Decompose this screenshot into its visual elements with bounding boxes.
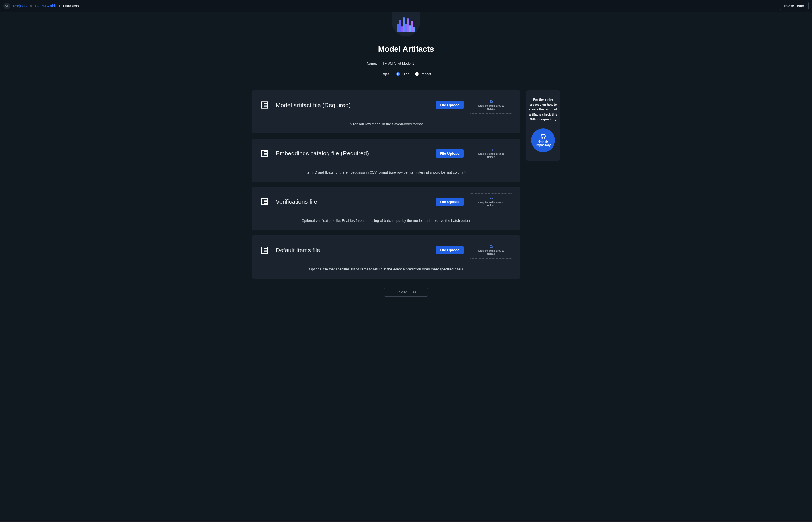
breadcrumb: Projects > TF VM Ankit > Datasets xyxy=(13,4,80,8)
github-link-label: GitHub Repository xyxy=(531,140,555,147)
name-label: Name: xyxy=(367,62,377,66)
dropzone-text: Drag file to this area to upload xyxy=(474,153,508,159)
search-icon xyxy=(5,4,8,8)
dropzone[interactable]: Drag file to this area to upload xyxy=(470,145,513,162)
inbox-icon xyxy=(489,245,493,248)
type-label: Type: xyxy=(381,72,391,76)
svg-line-1 xyxy=(7,6,8,7)
breadcrumb-separator: > xyxy=(58,4,61,8)
type-row: Type: Files Import xyxy=(381,72,431,76)
card-title: Embeddings catalog file (Required) xyxy=(276,150,430,157)
invite-team-button[interactable]: Invite Team xyxy=(780,2,809,10)
radio-dot-icon xyxy=(415,72,419,76)
inbox-icon xyxy=(489,148,493,152)
card-default-items: Default Items file File Upload Drag file… xyxy=(252,236,520,279)
side-text: For the entire process on how to create … xyxy=(529,97,557,122)
page: Model Artifacts Name: Type: Files Import xyxy=(248,12,564,308)
breadcrumb-current: Datasets xyxy=(63,4,79,8)
side-panel: For the entire process on how to create … xyxy=(526,90,560,161)
name-input[interactable] xyxy=(380,60,445,67)
card-title: Verifications file xyxy=(276,198,430,205)
file-upload-button[interactable]: File Upload xyxy=(436,149,464,158)
topbar-left: Projects > TF VM Ankit > Datasets xyxy=(3,3,80,9)
file-upload-button[interactable]: File Upload xyxy=(436,101,464,109)
dropzone-text: Drag file to this area to upload xyxy=(474,249,508,256)
bars-icon xyxy=(397,17,415,32)
card-description: Item ID and floats for the embeddings in… xyxy=(260,170,513,175)
hero: Model Artifacts Name: Type: Files Import xyxy=(252,12,560,90)
card-title: Default Items file xyxy=(276,246,430,254)
inbox-icon xyxy=(489,197,493,200)
card-description: Optional verifications file. Enables fas… xyxy=(260,218,513,223)
list-icon xyxy=(260,148,269,158)
breadcrumb-projects[interactable]: Projects xyxy=(13,4,27,8)
hero-logo xyxy=(392,12,420,36)
list-icon xyxy=(260,197,269,206)
dropzone[interactable]: Drag file to this area to upload xyxy=(470,97,513,114)
github-icon xyxy=(541,134,546,139)
breadcrumb-separator: > xyxy=(30,4,32,8)
columns: Model artifact file (Required) File Uplo… xyxy=(252,90,560,279)
cards-column: Model artifact file (Required) File Uplo… xyxy=(252,90,520,279)
card-description: A TensorFlow model in the SavedModel for… xyxy=(260,122,513,127)
radio-files[interactable]: Files xyxy=(396,72,410,76)
radio-dot-icon xyxy=(396,72,400,76)
card-verifications: Verifications file File Upload Drag file… xyxy=(252,187,520,230)
card-embeddings-catalog: Embeddings catalog file (Required) File … xyxy=(252,139,520,182)
list-icon xyxy=(260,100,269,110)
file-upload-button[interactable]: File Upload xyxy=(436,198,464,206)
breadcrumb-project-name[interactable]: TF VM Ankit xyxy=(34,4,56,8)
file-upload-button[interactable]: File Upload xyxy=(436,246,464,254)
svg-point-0 xyxy=(6,5,7,6)
list-icon xyxy=(260,245,269,255)
page-title: Model Artifacts xyxy=(378,45,434,54)
radio-import-label: Import xyxy=(420,72,431,76)
radio-files-label: Files xyxy=(402,72,410,76)
topbar: Projects > TF VM Ankit > Datasets Invite… xyxy=(0,0,812,12)
dropzone[interactable]: Drag file to this area to upload xyxy=(470,194,513,210)
footer: Upload Files xyxy=(252,288,560,297)
dropzone-text: Drag file to this area to upload xyxy=(474,201,508,207)
dropzone[interactable]: Drag file to this area to upload xyxy=(470,242,513,259)
dropzone-text: Drag file to this area to upload xyxy=(474,104,508,111)
radio-import[interactable]: Import xyxy=(415,72,431,76)
name-row: Name: xyxy=(367,60,445,67)
card-description: Optional file that specifies list of ite… xyxy=(260,267,513,272)
github-repository-link[interactable]: GitHub Repository xyxy=(531,128,555,152)
card-model-artifact: Model artifact file (Required) File Uplo… xyxy=(252,90,520,134)
search-button[interactable] xyxy=(3,3,10,9)
card-title: Model artifact file (Required) xyxy=(276,101,430,109)
inbox-icon xyxy=(489,100,493,103)
upload-files-button[interactable]: Upload Files xyxy=(384,288,428,297)
